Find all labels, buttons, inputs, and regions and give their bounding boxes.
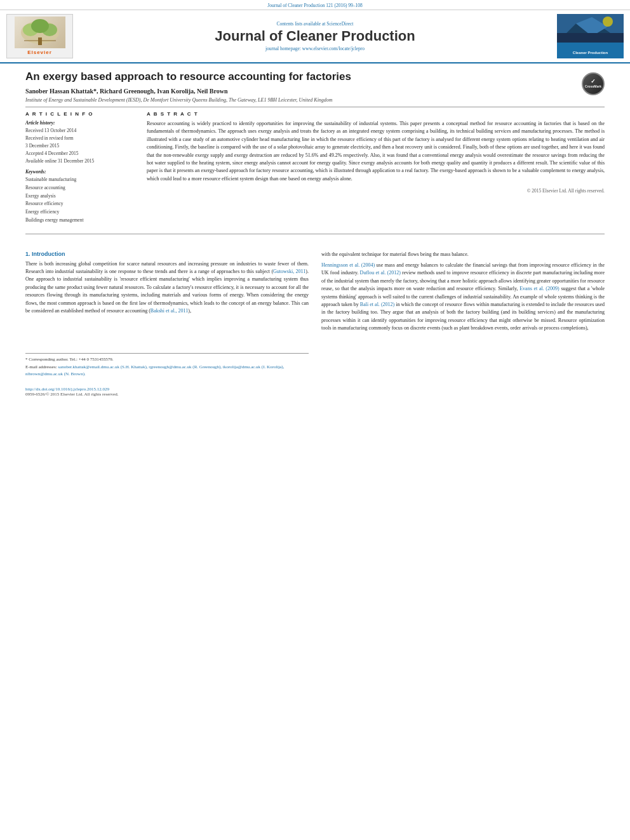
body-left-column: 1. Introduction There is both increasing… [25, 251, 309, 378]
article-title: An exergy based approach to resource acc… [25, 70, 605, 84]
right-column-text: with the equivalent technique for materi… [321, 251, 605, 333]
cp-logo-text: Cleaner Production [573, 51, 608, 56]
elsevier-text: Elsevier [27, 50, 52, 55]
cp-logo-image [557, 14, 624, 43]
email-addresses: sanober.khattak@email.dmu.ac.uk (S.H. Kh… [25, 364, 284, 377]
journal-citation: Journal of Cleaner Production 121 (2016)… [267, 3, 363, 8]
crossmark-badge[interactable]: ✓ CrossMark [582, 72, 605, 95]
journal-header: Elsevier Contents lists available at Sci… [0, 10, 630, 63]
elsevier-logo-image [15, 17, 65, 48]
bali-ref: Bali et al. (2012) [360, 302, 394, 307]
received-revised-line: Received in revised form [25, 135, 137, 142]
abstract-column: A B S T R A C T Resource accounting is w… [147, 111, 605, 229]
revised-date-line: 3 December 2015 [25, 142, 137, 150]
keyword-6: Buildings energy management [25, 217, 137, 225]
right-para-1: with the equivalent technique for materi… [321, 251, 605, 258]
contents-line: Contents lists available at ScienceDirec… [73, 21, 557, 27]
issn-line: 0959-6526/© 2015 Elsevier Ltd. All right… [25, 392, 605, 397]
gutowski-ref: Gutowski, 2011 [273, 269, 305, 274]
received-line: Received 13 October 2014 [25, 127, 137, 135]
keyword-5: Energy efficiency [25, 208, 137, 217]
crossmark-container[interactable]: ✓ CrossMark [582, 72, 605, 95]
copyright-line: © 2015 Elsevier Ltd. All rights reserved… [147, 188, 605, 194]
body-content: 1. Introduction There is both increasing… [0, 244, 630, 384]
email-label: E-mail addresses: [25, 364, 57, 370]
duflou-ref: Duflou et al. (2012) [360, 270, 401, 276]
body-right-column: with the equivalent technique for materi… [321, 251, 605, 378]
article-history-group: Article history: Received 13 October 201… [25, 120, 137, 165]
article-info-column: A R T I C L E I N F O Article history: R… [25, 111, 137, 229]
keyword-1: Sustainable manufacturing [25, 176, 137, 184]
bakshi-ref: Bakshi et al., 2011 [151, 308, 188, 314]
homepage-url[interactable]: www.elsevier.com/locate/jclepro [302, 46, 365, 51]
email-footnote: E-mail addresses: sanober.khattak@email.… [25, 364, 309, 378]
journal-center-content: Contents lists available at ScienceDirec… [73, 21, 557, 51]
top-bar: Journal of Cleaner Production 121 (2016)… [0, 0, 630, 10]
evans-ref: Evans et al. (2009) [519, 286, 560, 291]
svg-point-10 [603, 17, 613, 27]
homepage-line: journal homepage: www.elsevier.com/locat… [73, 46, 557, 51]
history-title: Article history: [25, 120, 137, 126]
keywords-list: Sustainable manufacturing Resource accou… [25, 176, 137, 225]
journal-title: Journal of Cleaner Production [73, 28, 557, 44]
abstract-text: Resource accounting is widely practiced … [147, 120, 605, 183]
keyword-4: Resource efficiency [25, 200, 137, 208]
divider-2 [25, 234, 605, 234]
elsevier-logo: Elsevier [6, 14, 73, 58]
sciencedirect-link[interactable]: ScienceDirect [326, 21, 353, 27]
keyword-3: Exergy analysis [25, 192, 137, 201]
keywords-title: Keywords: [25, 169, 137, 175]
intro-paragraph-1: There is both increasing global competit… [25, 260, 309, 316]
article-info-abstract: A R T I C L E I N F O Article history: R… [25, 111, 605, 229]
right-para-2: Henningsson et al. (2004) use mass and e… [321, 262, 605, 333]
footnote-section: * Corresponding author. Tel.: +44 0 7531… [25, 353, 309, 378]
henningsson-ref: Henningsson et al. (2004) [321, 262, 375, 268]
introduction-text: There is both increasing global competit… [25, 260, 309, 316]
abstract-label: A B S T R A C T [147, 111, 605, 117]
paper-content: ✓ CrossMark An exergy based approach to … [0, 63, 630, 244]
available-line: Available online 31 December 2015 [25, 157, 137, 165]
svg-point-4 [31, 19, 49, 33]
keywords-group: Keywords: Sustainable manufacturing Reso… [25, 169, 137, 225]
svg-rect-9 [557, 33, 624, 43]
footer: http://dx.doi.org/10.1016/j.jclepro.2015… [0, 384, 630, 399]
doi-line[interactable]: http://dx.doi.org/10.1016/j.jclepro.2015… [25, 387, 605, 392]
affiliation: Institute of Energy and Sustainable Deve… [25, 97, 605, 103]
corresponding-note: * Corresponding author. Tel.: +44 0 7531… [25, 356, 309, 363]
keyword-2: Resource accounting [25, 184, 137, 192]
accepted-line: Accepted 4 December 2015 [25, 150, 137, 157]
divider-1 [25, 107, 605, 107]
cp-logo: Cleaner Production [557, 14, 624, 58]
article-info-label: A R T I C L E I N F O [25, 111, 137, 117]
authors: Sanober Hassan Khattak*, Richard Greenou… [25, 88, 605, 95]
introduction-heading: 1. Introduction [25, 251, 309, 257]
svg-rect-1 [38, 37, 42, 45]
